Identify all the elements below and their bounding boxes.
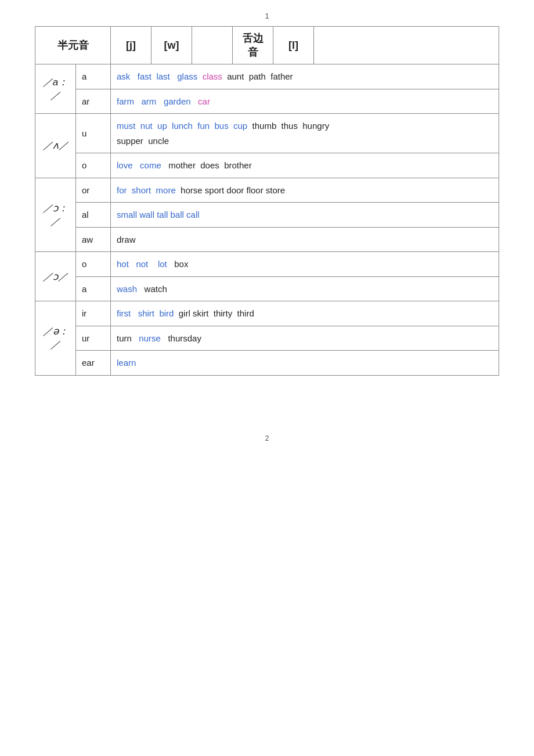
words-open-o-a: wash watch [111,276,499,301]
word: farm [117,96,134,106]
table-row: a wash watch [35,276,499,301]
spelling-ar: ar [76,89,111,114]
word: thursday [163,333,201,343]
word: arm [142,96,157,106]
table-row: ／ə：／ ir first shirt bird girl skirt thir… [35,301,499,326]
words-open-o-o: hot not lot box [111,252,499,277]
word: short [132,185,151,195]
word: fast [138,71,151,81]
phoneme-open-o: ／ɔ／ [35,252,76,301]
words-caret-o: love come mother does brother [111,153,499,178]
words-o-long-al: small wall tall ball call [111,203,499,228]
word: must [117,121,136,131]
word: not [136,259,148,269]
word: car [198,96,210,106]
header-half-vowel: 半元音 [35,27,111,64]
phonics-table: 半元音 [j] [w] 舌边音 [l] ／a：／ a ask fast last… [35,26,499,376]
table-row: aw draw [35,227,499,252]
word: box [174,259,188,269]
words-a-ar: farm arm garden car [111,89,499,114]
words-schwa-ur: turn nurse thursday [111,326,499,351]
word: learn [117,358,136,368]
word: glass [177,71,197,81]
word: last [156,71,169,81]
header-l: [l] [273,27,314,64]
table-row: o love come mother does brother [35,153,499,178]
phoneme-schwa-long: ／ə：／ [35,301,76,376]
word: wash [117,284,137,294]
word: mother does brother [168,160,251,170]
header-j: [j] [111,27,151,64]
page-number-2: 2 [265,434,269,442]
word: aunt path father [227,71,293,81]
table-row: ／ɔ／ o hot not lot box [35,252,499,277]
word: shirt [138,308,154,318]
word: class [203,71,222,81]
word: ask [117,71,130,81]
page-2: 2 [0,422,534,460]
table-row: ur turn nurse thursday [35,326,499,351]
word: supper uncle [117,136,169,146]
word: lot [158,259,167,269]
word: more [156,185,176,195]
table-row: al small wall tall ball call [35,203,499,228]
words-o-long-aw: draw [111,227,499,252]
word: nurse [139,333,161,343]
word: fun [197,121,210,131]
header-w: [w] [151,27,192,64]
word: garden [164,96,191,106]
word: bus [215,121,229,131]
words-caret-u: must nut up lunch fun bus cup thumb thus… [111,114,499,153]
spelling-al: al [76,203,111,228]
word: lunch [172,121,193,131]
words-a-a: ask fast last glass class aunt path fath… [111,64,499,89]
words-schwa-ear: learn [111,351,499,376]
phoneme-a-long: ／a：／ [35,64,76,114]
spelling-u: u [76,114,111,153]
header-empty2 [314,27,499,64]
table-row: ear learn [35,351,499,376]
spelling-o2: o [76,252,111,277]
spelling-or: or [76,178,111,203]
page-spacer [0,387,534,422]
word: horse sport door floor store [181,185,285,195]
spelling-a: a [76,64,111,89]
word: love [117,160,133,170]
spelling-aw: aw [76,227,111,252]
spelling-a2: a [76,276,111,301]
word: turn [117,333,136,343]
word: for [117,185,127,195]
page-number-1: 1 [265,12,269,20]
word: come [140,160,161,170]
phoneme-caret: ／ʌ／ [35,114,76,178]
word: nut [140,121,153,131]
table-row: ／ʌ／ u must nut up lunch fun bus cup thum… [35,114,499,153]
word: watch [145,284,167,294]
table-row: ／ɔ：／ or for short more horse sport door … [35,178,499,203]
word: thumb thus hungry [252,121,330,131]
word: hot [117,259,129,269]
table-row: ／a：／ a ask fast last glass class aunt pa… [35,64,499,89]
word: small wall tall ball call [117,210,200,219]
word: bird [159,308,174,318]
header-lateral: 舌边音 [233,27,273,64]
word: first [117,308,131,318]
word: up [157,121,167,131]
words-schwa-ir: first shirt bird girl skirt thirty third [111,301,499,326]
table-row: ar farm arm garden car [35,89,499,114]
page-1: 1 半元音 [j] [w] 舌边音 [l] [0,0,534,387]
word: cup [233,121,247,131]
phoneme-open-o-long: ／ɔ：／ [35,178,76,252]
spelling-ir: ir [76,301,111,326]
word: draw [117,235,136,244]
header-empty [192,27,233,64]
spelling-o1: o [76,153,111,178]
word: girl skirt thirty third [179,308,254,318]
words-o-long-or: for short more horse sport door floor st… [111,178,499,203]
spelling-ear: ear [76,351,111,376]
spelling-ur: ur [76,326,111,351]
